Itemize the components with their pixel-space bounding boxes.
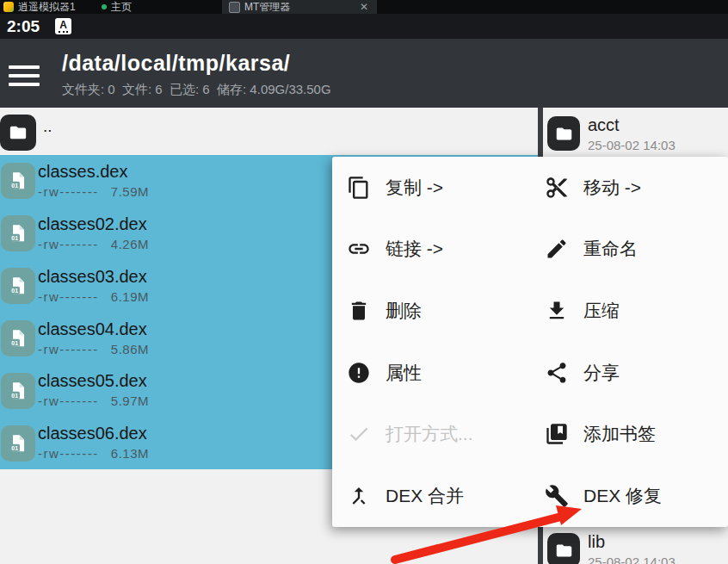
dir-row-lib[interactable]: lib 25-08-02 14:03: [543, 527, 728, 564]
folder-icon: [0, 115, 36, 151]
menu-item-dex-repair[interactable]: DEX 修复: [530, 465, 728, 527]
menu-item-properties[interactable]: 属性: [332, 342, 530, 404]
dir-row-acct[interactable]: acct 25-08-02 14:03: [543, 110, 728, 157]
clock: 2:05: [7, 14, 40, 39]
dex-file-icon: 01: [1, 320, 35, 356]
menu-item-move[interactable]: 移动 ->: [530, 157, 728, 219]
menu-item-link[interactable]: 链接 ->: [332, 219, 530, 281]
dex-file-icon: 01: [1, 215, 35, 251]
link-icon: [347, 237, 371, 261]
check-icon: [347, 422, 371, 446]
parent-dir-row[interactable]: ..: [0, 110, 538, 155]
file-name: classes03.dex: [38, 267, 147, 286]
close-icon[interactable]: ✕: [358, 1, 370, 13]
home-icon: [102, 4, 107, 9]
folder-icon: [547, 116, 580, 151]
scissors-icon: [545, 176, 569, 200]
trash-icon: [347, 299, 371, 323]
dex-file-icon: 01: [1, 268, 35, 304]
tab-mt-manager[interactable]: MT管理器 ✕: [222, 0, 377, 14]
file-meta: -rw-------7.59M: [38, 183, 149, 201]
svg-text:01: 01: [11, 235, 18, 241]
dir-date: 25-08-02 14:03: [588, 137, 676, 153]
emulator-window: 逍遥模拟器1 主页 MT管理器 ✕ 2:05 A /data/local/tmp…: [0, 0, 728, 564]
file-meta: -rw-------5.86M: [38, 341, 149, 358]
copy-icon: [347, 176, 371, 200]
svg-text:01: 01: [11, 183, 18, 189]
menu-item-rename[interactable]: 重命名: [530, 219, 728, 281]
dex-file-icon: 01: [1, 163, 35, 199]
tab-home[interactable]: 主页: [102, 0, 132, 14]
dir-date: 25-08-02 14:03: [588, 554, 676, 564]
file-name: classes04.dex: [38, 319, 147, 338]
bookmark-book-icon: [545, 422, 569, 446]
svg-text:01: 01: [11, 392, 18, 398]
file-name: classes02.dex: [38, 214, 147, 233]
file-meta: -rw-------5.97M: [38, 393, 149, 410]
menu-item-dex-merge[interactable]: DEX 合并: [332, 465, 530, 527]
tab-home-label: 主页: [111, 0, 132, 15]
input-method-icon: A: [55, 18, 71, 34]
parent-dir-label: ..: [43, 117, 52, 136]
menu-hamburger-icon[interactable]: [9, 65, 40, 91]
menu-item-compress[interactable]: 压缩: [530, 280, 728, 342]
menu-item-delete[interactable]: 删除: [332, 280, 530, 342]
menu-item-open-with: 打开方式...: [332, 404, 530, 466]
path-stats: 文件夹: 0 文件: 6 已选: 6 储存: 4.09G/33.50G: [62, 82, 331, 98]
dir-name: acct: [588, 115, 620, 134]
download-bar-icon: [545, 299, 569, 323]
dex-file-icon: 01: [1, 425, 35, 462]
merge-icon: [347, 484, 371, 508]
wrench-icon: [545, 484, 569, 508]
current-path[interactable]: /data/local/tmp/karsa/: [62, 51, 290, 76]
memu-logo-icon: [3, 2, 14, 12]
status-bar: 2:05 A: [0, 14, 728, 39]
context-menu: 复制 -> 链接 -> 删除 属性 打开方式...: [332, 157, 728, 527]
folder-icon: [547, 533, 580, 564]
file-name: classes.dex: [38, 162, 128, 181]
file-name: classes05.dex: [38, 371, 147, 390]
svg-text:01: 01: [11, 444, 18, 450]
tab-memu-label: 逍遥模拟器1: [18, 0, 76, 15]
menu-item-copy[interactable]: 复制 ->: [332, 157, 530, 219]
tab-memu[interactable]: 逍遥模拟器1: [3, 0, 76, 14]
file-meta: -rw-------4.26M: [38, 236, 149, 253]
mt-app-icon: [229, 2, 240, 13]
tab-mt-label: MT管理器: [244, 0, 354, 15]
dir-name: lib: [588, 532, 605, 551]
file-meta: -rw-------6.13M: [38, 445, 149, 462]
file-meta: -rw-------6.19M: [38, 288, 149, 306]
pencil-icon: [545, 237, 569, 261]
app-header: /data/local/tmp/karsa/ 文件夹: 0 文件: 6 已选: …: [0, 39, 728, 108]
menu-item-add-bookmark[interactable]: 添加书签: [530, 404, 728, 466]
svg-text:01: 01: [11, 340, 18, 346]
dex-file-icon: 01: [1, 373, 35, 409]
share-icon: [545, 361, 569, 385]
emulator-tab-bar: 逍遥模拟器1 主页 MT管理器 ✕: [0, 0, 728, 14]
menu-item-share[interactable]: 分享: [530, 342, 728, 404]
file-name: classes06.dex: [38, 424, 147, 443]
svg-text:01: 01: [11, 288, 18, 294]
exclamation-circle-icon: [347, 361, 371, 385]
